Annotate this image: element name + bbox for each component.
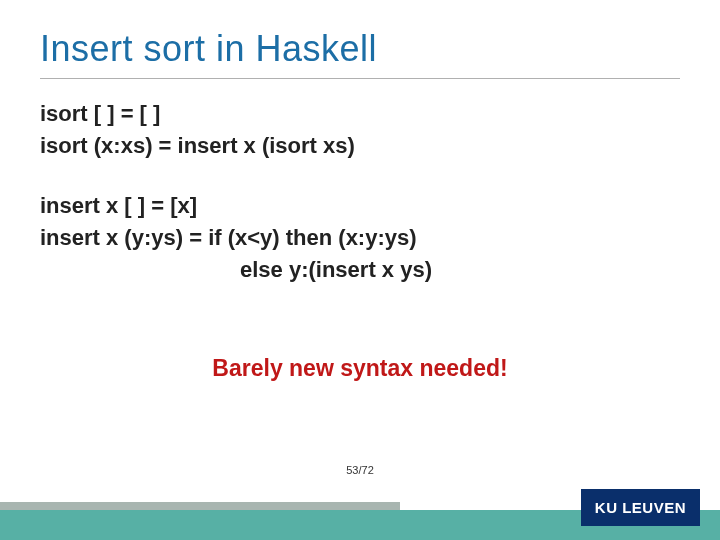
code-line: insert x (y:ys) = if (x<y) then (x:y:ys) (40, 222, 432, 254)
code-line: isort (x:xs) = insert x (isort xs) (40, 130, 355, 162)
code-line: isort [ ] = [ ] (40, 98, 355, 130)
page-number: 53/72 (0, 464, 720, 476)
callout-text: Barely new syntax needed! (0, 355, 720, 382)
ku-leuven-logo: KU LEUVEN (581, 489, 700, 526)
code-line: else y:(insert x ys) (40, 254, 432, 286)
title-underline (40, 78, 680, 79)
code-insert: insert x [ ] = [x] insert x (y:ys) = if … (40, 190, 432, 286)
slide-title: Insert sort in Haskell (40, 28, 377, 70)
code-isort: isort [ ] = [ ] isort (x:xs) = insert x … (40, 98, 355, 162)
code-line: insert x [ ] = [x] (40, 190, 432, 222)
footer-accent-bar (0, 502, 400, 510)
slide: Insert sort in Haskell isort [ ] = [ ] i… (0, 0, 720, 540)
